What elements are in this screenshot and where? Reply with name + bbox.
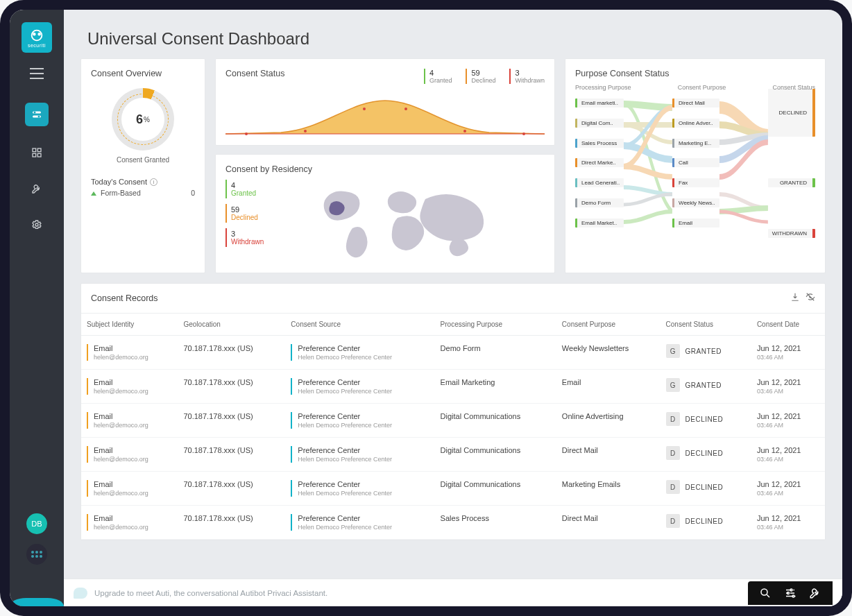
tools-icon[interactable] — [809, 587, 821, 599]
sankey-node[interactable]: Sales Process — [575, 139, 624, 148]
sankey-node[interactable]: Lead Generati.. — [575, 178, 624, 187]
sankey-node[interactable]: Email — [672, 219, 719, 228]
table-header[interactable]: Processing Purpose — [435, 314, 556, 336]
table-row[interactable]: Emailhelen@democo.org70.187.178.xxx (US)… — [81, 336, 825, 370]
svg-rect-9 — [33, 153, 36, 157]
table-header[interactable]: Subject Identity — [81, 314, 178, 336]
svg-point-5 — [34, 112, 36, 114]
app-launcher-button[interactable] — [26, 544, 47, 565]
search-icon[interactable] — [759, 587, 772, 599]
sankey-node[interactable]: Call — [672, 158, 719, 167]
sankey-node[interactable]: Marketing E.. — [672, 139, 719, 148]
footer-text: Upgrade to meet Auti, the conversational… — [94, 589, 741, 597]
table-row[interactable]: Emailhelen@democo.org70.187.178.xxx (US)… — [81, 472, 825, 506]
svg-point-16 — [404, 108, 407, 110]
table-header[interactable]: Geolocation — [178, 314, 285, 336]
sankey-node[interactable]: Demo Form — [575, 198, 624, 207]
sankey-node[interactable]: Fax — [672, 178, 719, 187]
brand-name: securiti — [28, 43, 46, 48]
sankey-node[interactable]: Direct Mail — [672, 99, 719, 108]
card-title: Consent Status — [225, 69, 284, 78]
svg-point-1 — [33, 33, 35, 35]
table-header[interactable]: Consent Status — [661, 314, 751, 336]
brand-logo[interactable]: securiti — [22, 22, 52, 53]
assistant-footer: Upgrade to meet Auti, the conversational… — [64, 579, 842, 606]
chat-bubble-icon[interactable] — [74, 588, 87, 599]
sidebar: securiti DB — [10, 10, 64, 606]
svg-point-18 — [522, 132, 525, 135]
world-map — [314, 180, 495, 263]
avatar[interactable]: DB — [26, 513, 47, 534]
status-kpi: 4Granted — [424, 69, 452, 84]
residency-kpi: 59Declined — [225, 204, 264, 223]
svg-point-15 — [363, 108, 366, 110]
sankey-node[interactable]: Digital Com.. — [575, 119, 624, 128]
sankey-node[interactable]: Direct Marke.. — [575, 158, 624, 167]
status-kpi: 3Withdrawn — [509, 69, 545, 84]
svg-point-0 — [32, 30, 42, 40]
purpose-consent-sankey-card: Purpose Consent Status Processing Purpos… — [565, 58, 826, 273]
nav-item-dashboard[interactable] — [27, 143, 46, 162]
card-title: Purpose Consent Status — [575, 69, 815, 78]
consent-residency-card: Consent by Residency 4Granted59Declined3… — [215, 154, 555, 273]
card-title: Consent by Residency — [225, 164, 545, 174]
card-title: Consent Records — [91, 293, 158, 303]
trend-up-icon — [91, 191, 96, 196]
card-title: Consent Overview — [91, 69, 162, 78]
svg-point-19 — [761, 589, 767, 595]
sankey-node[interactable]: Email marketi.. — [575, 99, 624, 108]
sankey-node[interactable]: Email Market.. — [575, 219, 624, 228]
svg-rect-8 — [37, 148, 41, 152]
table-row[interactable]: Emailhelen@democo.org70.187.178.xxx (US)… — [81, 506, 825, 540]
svg-point-13 — [245, 132, 248, 135]
nav-item-settings[interactable] — [27, 215, 46, 234]
sankey-node[interactable]: Online Adver.. — [672, 119, 719, 128]
today-consent-label: Today's Consent — [91, 178, 147, 186]
page-title: Universal Consent Dashboard — [64, 10, 842, 58]
svg-point-17 — [463, 130, 466, 132]
sankey-node[interactable]: DECLINED — [768, 89, 815, 137]
svg-point-6 — [38, 116, 40, 118]
residency-kpi: 4Granted — [225, 180, 264, 198]
svg-rect-7 — [33, 148, 36, 152]
consent-gauge: 6% — [112, 88, 174, 151]
info-icon[interactable]: i — [150, 178, 157, 186]
status-kpis: 4Granted59Declined3Withdrawn — [424, 69, 545, 84]
main-content: Universal Consent Dashboard Consent Over… — [64, 10, 842, 606]
table-row[interactable]: Emailhelen@democo.org70.187.178.xxx (US)… — [81, 370, 825, 404]
sankey-node[interactable]: GRANTED — [768, 178, 815, 187]
consent-status-card: Consent Status 4Granted59Declined3Withdr… — [215, 58, 555, 146]
status-area-chart — [225, 94, 545, 135]
residency-kpi: 3Withdrawn — [225, 228, 264, 247]
visibility-off-icon[interactable] — [806, 292, 815, 305]
nav-item-tools[interactable] — [27, 179, 46, 198]
svg-point-11 — [35, 223, 38, 226]
menu-toggle-button[interactable] — [30, 68, 44, 79]
svg-rect-10 — [37, 153, 41, 157]
records-table: Subject IdentityGeolocationConsent Sourc… — [81, 314, 825, 540]
sankey-node[interactable]: WITHDRAWN — [768, 229, 815, 238]
svg-point-2 — [38, 33, 40, 35]
table-header[interactable]: Consent Source — [285, 314, 434, 336]
sankey-node[interactable]: Weekly News.. — [672, 198, 719, 207]
sliders-icon[interactable] — [784, 587, 796, 599]
svg-point-14 — [304, 130, 307, 132]
sidebar-accent — [10, 598, 64, 606]
table-header[interactable]: Consent Purpose — [556, 314, 661, 336]
table-row[interactable]: Emailhelen@democo.org70.187.178.xxx (US)… — [81, 404, 825, 438]
consent-overview-card: Consent Overview 6% Consent Granted Toda… — [80, 58, 205, 273]
status-kpi: 59Declined — [466, 69, 495, 84]
gauge-label: Consent Granted — [117, 156, 169, 164]
residency-kpis: 4Granted59Declined3Withdrawn — [225, 180, 264, 263]
nav-item-consent[interactable] — [25, 103, 49, 126]
table-row[interactable]: Emailhelen@democo.org70.187.178.xxx (US)… — [81, 438, 825, 472]
table-header[interactable]: Consent Date — [751, 314, 825, 336]
download-icon[interactable] — [790, 292, 800, 305]
consent-records-card: Consent Records Subject IdentityGeolocat… — [80, 283, 826, 540]
